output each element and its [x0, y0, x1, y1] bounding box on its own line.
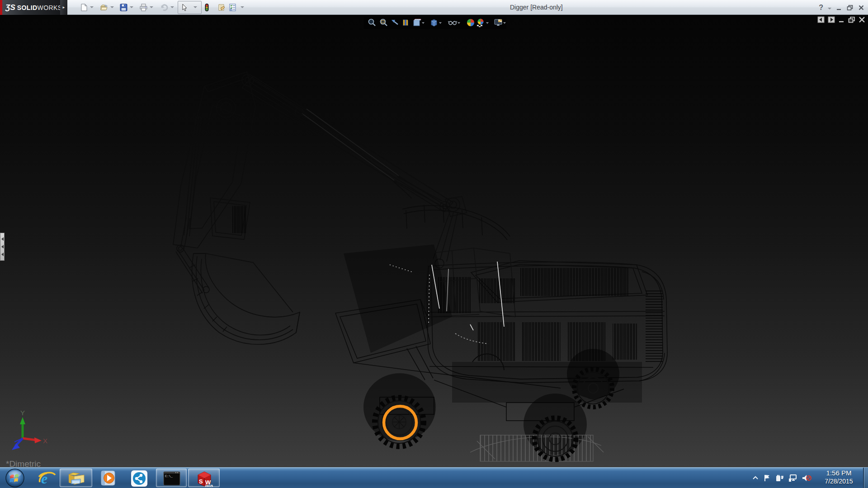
save-icon[interactable]: [120, 4, 127, 11]
rebuild-traffic-light-icon[interactable]: [203, 4, 211, 11]
svg-text:S: S: [199, 478, 203, 485]
print-dropdown-icon[interactable]: [150, 6, 153, 8]
power-plug-icon[interactable]: [775, 474, 784, 482]
new-document-icon[interactable]: [80, 4, 88, 11]
svg-text:X: X: [43, 437, 47, 445]
system-tray: [752, 468, 811, 488]
solidworks-logo-glyph: ƷS: [5, 3, 15, 12]
help-icon[interactable]: ?: [819, 4, 823, 12]
media-player-icon[interactable]: [99, 470, 118, 487]
help-dropdown-icon[interactable]: [828, 8, 831, 9]
minimize-button[interactable]: [836, 5, 842, 11]
select-cursor-icon[interactable]: [181, 4, 189, 11]
show-desktop-button[interactable]: [863, 468, 868, 488]
graphics-viewport[interactable]: Y X *Dimetric: [0, 15, 868, 467]
reference-triad: Y X: [12, 409, 47, 450]
solidworks-logo-text: SOLIDWORKS: [17, 4, 62, 11]
file-properties-icon[interactable]: [217, 4, 225, 11]
solidworks-taskbar-button[interactable]: S W 2015: [188, 469, 220, 487]
restore-button[interactable]: [847, 5, 854, 11]
svg-text:Y: Y: [20, 409, 25, 417]
folder-icon: [68, 471, 85, 486]
digger-wireframe: Y X: [0, 15, 868, 467]
command-prompt-icon: C:\_: [163, 471, 180, 486]
solidworks-logo: ƷS SOLIDWORKS: [2, 0, 60, 15]
share-app-icon[interactable]: [130, 469, 148, 488]
taskbar: e C:\_: [0, 467, 868, 488]
close-button[interactable]: [858, 5, 864, 11]
clock-date: 7/28/2015: [815, 478, 863, 485]
undo-dropdown-icon[interactable]: [170, 6, 174, 8]
undo-icon[interactable]: [160, 4, 168, 11]
taskbar-clock[interactable]: 1:56 PM 7/28/2015: [815, 469, 863, 485]
network-icon[interactable]: [788, 474, 797, 482]
bucket-group: [190, 253, 300, 344]
title-bar: ƷS SOLIDWORKS ► Digger [Read-only] ?: [0, 0, 868, 15]
svg-text:C:\_: C:\_: [165, 474, 173, 478]
options-icon[interactable]: [229, 4, 236, 11]
window-title: Digger [Read-only]: [510, 4, 563, 11]
clock-time: 1:56 PM: [815, 469, 863, 477]
start-button[interactable]: [4, 468, 26, 488]
select-dropdown-icon[interactable]: [193, 6, 197, 8]
save-dropdown-icon[interactable]: [130, 6, 133, 8]
print-icon[interactable]: [140, 4, 147, 11]
open-dropdown-icon[interactable]: [110, 6, 114, 8]
volume-muted-icon[interactable]: [802, 474, 811, 482]
windows-explorer-taskbar-button[interactable]: [60, 469, 92, 487]
svg-text:2015: 2015: [205, 484, 213, 488]
options-dropdown-icon[interactable]: [241, 6, 244, 8]
show-hidden-icons-button[interactable]: [752, 475, 759, 481]
internet-explorer-icon[interactable]: e: [38, 470, 56, 487]
open-icon[interactable]: [100, 4, 108, 11]
command-prompt-taskbar-button[interactable]: C:\_: [156, 469, 187, 487]
action-center-flag-icon[interactable]: [763, 474, 771, 482]
new-dropdown-icon[interactable]: [90, 6, 94, 8]
solidworks-2015-icon: S W 2015: [195, 470, 213, 488]
menu-expand-arrow[interactable]: ►: [60, 0, 67, 15]
